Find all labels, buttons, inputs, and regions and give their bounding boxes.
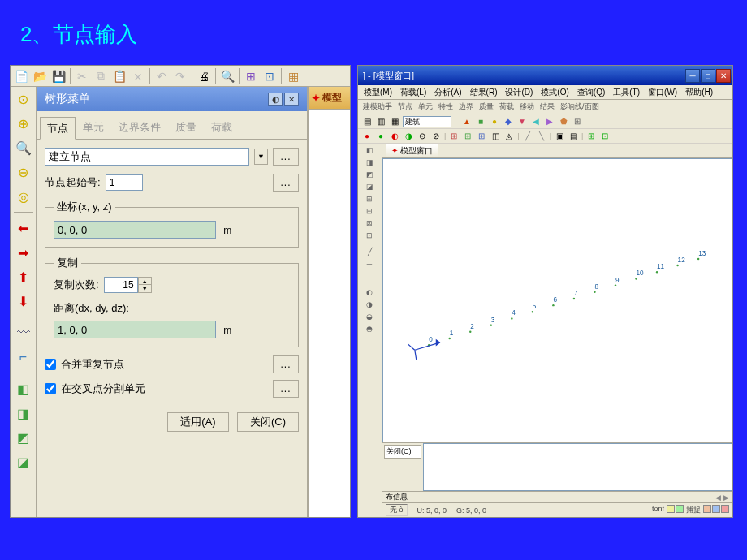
merge-dup-checkbox[interactable] bbox=[45, 359, 56, 370]
arrow-right-icon[interactable]: ➡ bbox=[13, 242, 34, 263]
mini-icon[interactable]: ● bbox=[361, 131, 373, 142]
mini-icon[interactable]: ⊙ bbox=[417, 131, 428, 142]
mini-icon[interactable]: ⊘ bbox=[430, 131, 442, 142]
tab-element[interactable]: 单元 bbox=[76, 116, 111, 139]
zoom-all-icon[interactable]: ⊙ bbox=[13, 88, 34, 110]
pin-button[interactable]: ◐ bbox=[268, 93, 283, 106]
split-more-button[interactable]: ... bbox=[273, 380, 299, 398]
mini-icon[interactable]: ⊞ bbox=[476, 131, 487, 142]
mini-side-icon[interactable]: ─ bbox=[359, 258, 380, 269]
close-button[interactable]: 关闭(C) bbox=[237, 412, 299, 432]
tab-mass[interactable]: 质量 bbox=[168, 116, 204, 139]
copy-times-input[interactable] bbox=[104, 277, 138, 293]
submenu-result[interactable]: 结果 bbox=[538, 101, 556, 112]
combo-arrow-icon[interactable]: ▼ bbox=[254, 149, 268, 165]
submenu-prop[interactable]: 特性 bbox=[437, 101, 455, 112]
cut-icon[interactable]: ✂ bbox=[73, 67, 91, 85]
tab-load[interactable]: 荷载 bbox=[204, 116, 240, 139]
tool3-icon[interactable]: ▦ bbox=[284, 67, 302, 85]
spin-up-icon[interactable]: ▲ bbox=[139, 278, 151, 285]
tool1-icon[interactable]: ⊞ bbox=[242, 67, 260, 85]
spin-down-icon[interactable]: ▼ bbox=[139, 285, 151, 292]
dist-input[interactable] bbox=[54, 321, 216, 338]
arrow-down-icon[interactable]: ⬇ bbox=[13, 291, 34, 312]
mini-icon[interactable]: ⊡ bbox=[599, 131, 611, 142]
mini-side-icon[interactable]: ⊟ bbox=[359, 205, 380, 217]
open-file-icon[interactable]: 📂 bbox=[31, 67, 49, 85]
start-num-more-button[interactable]: ... bbox=[273, 174, 299, 192]
mini-side-icon[interactable]: ◩ bbox=[359, 169, 380, 180]
mini-icon[interactable]: ▥ bbox=[375, 116, 386, 127]
redo-icon[interactable]: ↷ bbox=[171, 67, 189, 85]
undo-icon[interactable]: ↶ bbox=[153, 67, 171, 85]
mini-side-icon[interactable]: ◪ bbox=[359, 181, 380, 192]
menu-window[interactable]: 窗口(W) bbox=[646, 86, 680, 99]
menu-query[interactable]: 查询(Q) bbox=[575, 86, 607, 99]
arrow-left-icon[interactable]: ⬅ bbox=[13, 218, 34, 239]
msg-tab[interactable]: 布信息 bbox=[386, 492, 408, 502]
submenu-bound[interactable]: 边界 bbox=[457, 101, 475, 112]
mini-side-icon[interactable]: ◒ bbox=[359, 311, 380, 322]
mini-icon[interactable]: ● bbox=[489, 116, 500, 127]
mini-side-icon[interactable]: ⊡ bbox=[359, 230, 380, 241]
delete-icon[interactable]: ⨯ bbox=[129, 67, 147, 85]
menu-design[interactable]: 设计(D) bbox=[503, 86, 535, 99]
mini-icon[interactable]: ◬ bbox=[503, 131, 515, 142]
front-view-icon[interactable]: ◨ bbox=[13, 403, 34, 424]
viewport-3d[interactable]: 0 1 2 3 4 5 6 7 8 9 10 1 bbox=[382, 158, 732, 442]
mini-icon[interactable]: ╲ bbox=[536, 131, 547, 142]
zoom-window-icon[interactable]: ⊕ bbox=[13, 113, 34, 134]
operation-combo[interactable]: 建立节点 bbox=[45, 148, 249, 166]
preview-icon[interactable]: 🔍 bbox=[218, 67, 236, 85]
menu-help[interactable]: 帮助(H) bbox=[683, 86, 715, 99]
coord-input[interactable] bbox=[54, 221, 216, 239]
mini-icon[interactable]: ⊞ bbox=[462, 131, 473, 142]
copy-icon[interactable]: ⧉ bbox=[92, 67, 110, 85]
submenu-mass[interactable]: 质量 bbox=[477, 101, 495, 112]
menu-load[interactable]: 荷载(L) bbox=[398, 86, 429, 99]
mini-icon[interactable]: ◆ bbox=[503, 116, 514, 127]
paste-icon[interactable]: 📋 bbox=[110, 67, 128, 85]
mini-icon[interactable]: ▲ bbox=[461, 116, 473, 127]
tool2-icon[interactable]: ⊡ bbox=[261, 67, 279, 85]
zoom-in-icon[interactable]: 🔍 bbox=[13, 137, 34, 158]
mini-icon[interactable]: ⊞ bbox=[572, 116, 583, 127]
window-close-button[interactable]: ✕ bbox=[716, 69, 731, 83]
mini-icon[interactable]: ◀ bbox=[530, 116, 542, 127]
save-icon[interactable]: 💾 bbox=[50, 67, 67, 85]
mini-side-icon[interactable]: ⊞ bbox=[359, 193, 380, 205]
mini-icon[interactable]: ▼ bbox=[516, 116, 528, 127]
viewport-tab-model[interactable]: ✦ 模型窗口 bbox=[386, 144, 438, 158]
submenu-load[interactable]: 荷载 bbox=[498, 101, 516, 112]
submenu-node[interactable]: 节点 bbox=[396, 101, 414, 112]
mini-side-icon[interactable]: ◧ bbox=[359, 144, 380, 156]
top-view-icon[interactable]: ◩ bbox=[13, 427, 34, 448]
building-combo[interactable]: 建筑 bbox=[403, 116, 451, 127]
mini-icon[interactable]: ▤ bbox=[568, 131, 579, 142]
mini-side-icon[interactable]: ◐ bbox=[359, 286, 380, 298]
operation-more-button[interactable]: ... bbox=[273, 148, 299, 166]
close-panel-button[interactable]: ✕ bbox=[284, 93, 299, 106]
submenu-move[interactable]: 移动 bbox=[518, 101, 536, 112]
submenu-influence[interactable]: 影响线/面图 bbox=[559, 101, 601, 112]
mini-icon[interactable]: ◐ bbox=[389, 131, 400, 142]
new-file-icon[interactable]: 📄 bbox=[12, 67, 30, 85]
split-intersect-checkbox[interactable] bbox=[45, 383, 56, 394]
mini-icon[interactable]: ▦ bbox=[389, 116, 400, 127]
ucs-icon[interactable]: ⌐ bbox=[13, 347, 34, 368]
mini-side-icon[interactable]: ⊠ bbox=[359, 218, 380, 229]
output-tab-close[interactable]: 关闭(C) bbox=[384, 445, 421, 459]
maximize-button[interactable]: □ bbox=[701, 69, 715, 83]
mini-side-icon[interactable]: │ bbox=[359, 270, 380, 282]
mini-side-icon[interactable]: ◓ bbox=[359, 323, 380, 334]
zoom-out-icon[interactable]: ⊖ bbox=[13, 162, 34, 183]
mini-icon[interactable]: ■ bbox=[475, 116, 486, 127]
menu-model[interactable]: 模型(M) bbox=[361, 86, 395, 99]
tab-boundary[interactable]: 边界条件 bbox=[111, 116, 168, 139]
menu-result[interactable]: 结果(R) bbox=[468, 86, 500, 99]
mini-icon[interactable]: ● bbox=[375, 131, 386, 142]
menu-analysis[interactable]: 分析(A) bbox=[432, 86, 464, 99]
submenu-elem[interactable]: 单元 bbox=[417, 101, 434, 112]
mini-icon[interactable]: ▶ bbox=[544, 116, 555, 127]
rotate-icon[interactable]: 〰 bbox=[13, 322, 34, 343]
